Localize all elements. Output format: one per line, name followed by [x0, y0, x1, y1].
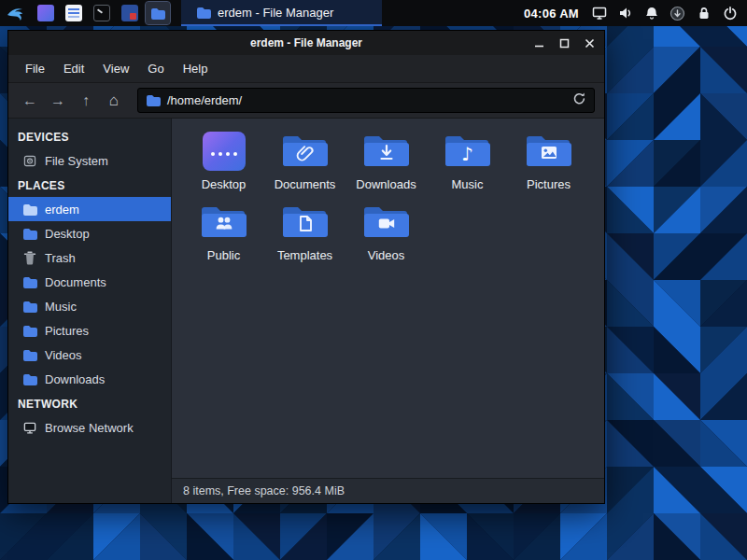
power-icon[interactable]	[722, 6, 738, 21]
file-item-music[interactable]: ♪ Music	[427, 132, 508, 191]
sidebar-item-browse-network[interactable]: Browse Network	[8, 415, 171, 440]
up-button[interactable]: ↑	[74, 89, 98, 113]
file-item-pictures[interactable]: Pictures	[508, 132, 589, 191]
sidebar-item-label: Pictures	[45, 324, 89, 338]
launcher-files-icon[interactable]	[62, 2, 86, 24]
window-title: erdem - File Manager	[250, 36, 362, 49]
toolbar: ← → ↑ ⌂ /home/erdem/	[8, 83, 604, 119]
taskbar-window-button[interactable]: erdem - File Manager	[181, 0, 382, 26]
file-item-documents[interactable]: Documents	[264, 132, 345, 191]
file-label: Music	[452, 177, 484, 191]
path-text: /home/erdem/	[167, 93, 566, 107]
reload-button[interactable]	[572, 91, 586, 109]
menu-go[interactable]: Go	[138, 57, 173, 80]
sidebar-item-label: Downloads	[45, 372, 105, 386]
forward-button[interactable]: →	[46, 89, 70, 113]
display-icon[interactable]	[591, 6, 607, 21]
trash-icon	[21, 251, 37, 265]
menu-view[interactable]: View	[93, 57, 138, 80]
picture-icon	[540, 143, 558, 164]
download-arrow-icon	[377, 143, 396, 164]
file-label: Templates	[277, 248, 332, 262]
volume-icon[interactable]	[617, 6, 633, 21]
lock-icon[interactable]	[696, 6, 712, 21]
clock[interactable]: 04:06 AM	[524, 7, 579, 21]
folder-icon	[21, 275, 37, 289]
sidebar-item-label: erdem	[45, 203, 79, 217]
sidebar-item-music[interactable]: Music	[8, 294, 171, 318]
path-bar[interactable]: /home/erdem/	[137, 88, 595, 113]
folder-icon	[21, 372, 37, 386]
sidebar-item-file-system[interactable]: File System	[8, 148, 171, 173]
menu-file[interactable]: File	[16, 57, 54, 80]
file-label: Videos	[368, 248, 405, 262]
file-manager-window: erdem - File Manager File Edit View Go H…	[7, 30, 605, 504]
menubar: File Edit View Go Help	[8, 55, 604, 83]
folder-icon	[21, 348, 37, 362]
file-grid: Desktop Documents Downloads	[172, 119, 604, 478]
music-note-icon: ♪	[461, 145, 473, 163]
file-item-public[interactable]: Public	[183, 203, 264, 262]
file-label: Documents	[275, 177, 336, 191]
window-app-icon	[37, 5, 54, 21]
sidebar-header-network: NETWORK	[8, 391, 171, 415]
sidebar-item-label: Music	[45, 300, 77, 314]
back-button[interactable]: ←	[18, 89, 42, 113]
folder-icon	[21, 227, 37, 241]
sidebar-item-label: Trash	[45, 251, 76, 265]
statusbar: 8 items, Free space: 956.4 MiB	[172, 478, 604, 503]
video-camera-icon	[377, 214, 396, 235]
file-item-videos[interactable]: Videos	[345, 203, 427, 262]
file-label: Public	[207, 248, 240, 262]
menu-help[interactable]: Help	[174, 57, 218, 80]
close-icon[interactable]	[584, 37, 595, 49]
file-item-templates[interactable]: Templates	[264, 203, 345, 262]
folder-icon	[196, 7, 211, 19]
sidebar: DEVICES File System PLACES erdem Desktop	[8, 119, 172, 503]
file-item-desktop[interactable]: Desktop	[183, 132, 264, 191]
file-item-downloads[interactable]: Downloads	[345, 132, 427, 191]
home-button[interactable]: ⌂	[102, 89, 126, 113]
sidebar-item-documents[interactable]: Documents	[8, 270, 171, 294]
sidebar-item-label: Desktop	[45, 227, 90, 241]
workspace-switcher[interactable]	[146, 2, 170, 24]
titlebar[interactable]: erdem - File Manager	[8, 31, 604, 55]
desktop-icon	[203, 132, 246, 171]
launcher-editor-icon[interactable]	[118, 2, 142, 24]
updates-icon[interactable]	[669, 6, 685, 21]
sidebar-item-label: Browse Network	[45, 421, 134, 435]
sidebar-header-devices: DEVICES	[8, 124, 171, 148]
sidebar-item-label: Videos	[45, 348, 82, 362]
launcher-terminal-icon[interactable]	[90, 2, 114, 24]
taskbar-window-label: erdem - File Manager	[218, 6, 333, 20]
launcher-window-icon[interactable]	[34, 2, 58, 24]
file-label: Pictures	[527, 177, 571, 191]
sidebar-item-erdem[interactable]: erdem	[8, 197, 171, 221]
maximize-icon[interactable]	[558, 37, 570, 49]
files-app-icon	[65, 5, 82, 21]
sidebar-item-videos[interactable]: Videos	[8, 343, 171, 367]
document-icon	[296, 214, 315, 235]
folder-icon	[21, 203, 37, 217]
folder-icon	[21, 300, 37, 314]
network-icon	[21, 421, 37, 435]
sidebar-item-downloads[interactable]: Downloads	[8, 367, 171, 391]
sidebar-item-trash[interactable]: Trash	[8, 245, 171, 270]
paperclip-icon	[296, 143, 315, 164]
status-text: 8 items, Free space: 956.4 MiB	[183, 484, 345, 497]
menu-edit[interactable]: Edit	[54, 57, 93, 80]
minimize-icon[interactable]	[533, 37, 544, 49]
sidebar-item-label: File System	[45, 154, 108, 168]
drive-icon	[21, 154, 37, 168]
notifications-bell-icon[interactable]	[643, 6, 659, 21]
folder-icon	[21, 324, 37, 338]
editor-app-icon	[121, 5, 138, 21]
folder-icon	[146, 94, 161, 106]
sidebar-item-pictures[interactable]: Pictures	[8, 318, 171, 343]
people-icon	[215, 214, 233, 235]
sidebar-item-desktop[interactable]: Desktop	[8, 221, 171, 245]
kali-menu-icon[interactable]	[0, 0, 32, 26]
sidebar-item-label: Documents	[45, 275, 106, 289]
folder-icon	[150, 7, 165, 20]
top-panel: erdem - File Manager 04:06 AM	[0, 0, 747, 26]
